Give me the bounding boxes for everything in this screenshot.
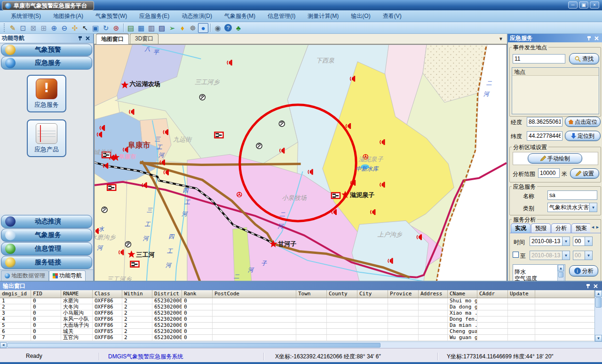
scroll-up-icon[interactable]: ▲ bbox=[558, 265, 564, 271]
pan-hand-icon[interactable]: ✣ bbox=[70, 23, 80, 33]
table-row[interactable]: 60城关OXFF8526523020000Cheng guan bbox=[0, 329, 594, 335]
select-rect-icon[interactable]: ⊡ bbox=[18, 23, 28, 33]
map-tab-地图窗口[interactable]: 地图窗口 bbox=[96, 33, 129, 44]
map-marker-flag[interactable] bbox=[214, 132, 223, 138]
latitude-field[interactable] bbox=[527, 131, 562, 141]
sidebar-section-动态推演[interactable]: 动态推演 bbox=[1, 215, 92, 228]
output-table[interactable]: dmgis_idFIDRNAMEClassWithinDistrictRankP… bbox=[0, 290, 594, 341]
manual-draw-button[interactable]: 手动绘制 bbox=[528, 153, 582, 164]
find-button[interactable]: 查找 bbox=[569, 53, 599, 64]
set-range-button[interactable]: 设置 bbox=[570, 168, 599, 179]
tab-scroll-left-icon[interactable]: ◄ bbox=[591, 225, 595, 229]
column-header-FID[interactable]: FID bbox=[31, 290, 61, 298]
locate-to-button[interactable]: 定位到 bbox=[565, 131, 601, 141]
sidebar-section-气象服务[interactable]: 气象服务 bbox=[1, 229, 92, 242]
map-marker-monument[interactable] bbox=[125, 241, 131, 247]
menu-item-0[interactable]: 系统管理(S) bbox=[5, 11, 47, 21]
column-header-Within[interactable]: Within bbox=[122, 290, 152, 298]
place-list[interactable]: 地点 bbox=[512, 67, 599, 114]
sidebar-section-气象预警[interactable]: 气象预警 bbox=[1, 44, 92, 56]
sidebar-section-服务链接[interactable]: 服务链接 bbox=[1, 256, 92, 269]
sidebar-section-信息管理[interactable]: 信息管理 bbox=[1, 242, 92, 255]
left-panel-tab-地图数据管理[interactable]: 地图数据管理 bbox=[1, 270, 49, 281]
hour-select[interactable]: 00 ▼ bbox=[573, 237, 593, 246]
column-header-Town[interactable]: Town bbox=[296, 290, 327, 298]
dropdown-icon[interactable]: ▼ bbox=[589, 203, 597, 212]
map-tab-dropdown-icon[interactable]: ▼ bbox=[499, 36, 503, 41]
table-row[interactable]: 50大面场子沟OXFF8626523020000Da mian ... bbox=[0, 323, 594, 329]
map-tab-3D窗口[interactable]: 3D窗口 bbox=[130, 33, 158, 44]
close-icon[interactable] bbox=[84, 35, 91, 42]
table-row[interactable]: 30小马厩沟OXFF8626523020000Xiao ma ... bbox=[0, 310, 594, 317]
maximize-button[interactable]: ▣ bbox=[579, 1, 588, 8]
range-field[interactable] bbox=[538, 168, 560, 178]
map-marker-flag[interactable] bbox=[130, 261, 139, 267]
map-canvas[interactable]: 六运湖农场三工河乡下西泉九运街城关镇阜康市阜康市滋泥泉子中新水库小泉牧场上户沟乡… bbox=[94, 44, 507, 282]
emergency-product-shortcut[interactable]: 应急产品 bbox=[27, 119, 66, 157]
analyze-button[interactable]: i 分析 bbox=[569, 265, 598, 277]
table-row[interactable]: 20大冬沟OXFF8626523020000Da dong gou bbox=[0, 304, 594, 310]
service-name-field[interactable] bbox=[547, 190, 597, 200]
column-header-County[interactable]: County bbox=[327, 290, 357, 298]
full-extent-icon[interactable]: ▣ bbox=[90, 23, 101, 33]
analysis-tab-实况[interactable]: 实况 bbox=[511, 223, 531, 233]
scroll-down-icon[interactable]: ▼ bbox=[595, 335, 602, 341]
left-panel-tab-功能导航[interactable]: 功能导航 bbox=[49, 270, 86, 281]
pin-icon[interactable] bbox=[76, 35, 84, 42]
close-icon[interactable] bbox=[592, 283, 599, 289]
scroll-left-icon[interactable]: ◄ bbox=[0, 342, 7, 348]
layers-icon[interactable]: ▤ bbox=[126, 23, 136, 33]
map-marker-monument[interactable] bbox=[256, 143, 262, 149]
refresh-icon[interactable]: ↻ bbox=[101, 23, 111, 33]
globe-tool-icon[interactable]: ● bbox=[198, 23, 208, 33]
dropdown-icon[interactable]: ▼ bbox=[585, 251, 592, 260]
menu-item-2[interactable]: 气象预警(W) bbox=[89, 11, 133, 21]
zoom-out-icon[interactable]: ⊖ bbox=[59, 23, 70, 33]
zoom-query-icon[interactable]: ⊛ bbox=[111, 23, 121, 33]
menu-item-3[interactable]: 应急服务(E) bbox=[133, 11, 175, 21]
measure-tool-icon[interactable]: ✎ bbox=[8, 23, 18, 33]
map-marker-monument[interactable] bbox=[199, 95, 205, 100]
column-header-CAddr[interactable]: CAddr bbox=[477, 290, 508, 298]
dropdown-icon[interactable]: ▼ bbox=[562, 251, 570, 260]
table-row[interactable]: 10水磨沟OXFF8626523020000Shui mo gou bbox=[0, 298, 594, 304]
column-header-City[interactable]: City bbox=[357, 290, 388, 298]
print-icon[interactable]: ▥ bbox=[146, 23, 157, 33]
menu-item-1[interactable]: 地图操作(A) bbox=[47, 11, 89, 21]
hour-to-select[interactable]: 00 ▼ bbox=[573, 251, 593, 260]
minimize-button[interactable]: ─ bbox=[568, 1, 578, 8]
tab-scroll-right-icon[interactable]: ► bbox=[595, 225, 600, 229]
close-icon[interactable] bbox=[593, 35, 600, 41]
menu-item-9[interactable]: 查看(V) bbox=[377, 11, 408, 21]
column-header-Class[interactable]: Class bbox=[93, 290, 122, 298]
menu-item-5[interactable]: 气象服务(M) bbox=[218, 11, 261, 21]
column-header-Rank[interactable]: Rank bbox=[182, 290, 213, 298]
output-vertical-scrollbar[interactable]: ▲ ▼ bbox=[594, 290, 602, 341]
export-map-icon[interactable]: ▦ bbox=[136, 23, 146, 33]
map-marker-flag[interactable] bbox=[332, 193, 340, 198]
menu-item-6[interactable]: 信息管理(I) bbox=[261, 11, 301, 21]
pin-marker-icon[interactable]: ♦ bbox=[177, 23, 188, 33]
menu-item-4[interactable]: 动态推演(D) bbox=[175, 11, 218, 21]
emergency-service-shortcut[interactable]: 应急服务 bbox=[27, 75, 66, 112]
pointer-icon[interactable]: ↖ bbox=[80, 23, 90, 33]
service-type-select[interactable]: 气象和洪水灾害 ▼ bbox=[547, 203, 597, 212]
table-row[interactable]: 40东风一小队OXFF8626523020000Dong fen... bbox=[0, 317, 594, 323]
longitude-field[interactable] bbox=[527, 117, 562, 127]
dropdown-icon[interactable]: ▼ bbox=[585, 237, 592, 245]
pin-icon[interactable] bbox=[585, 35, 593, 41]
map-marker-flag[interactable] bbox=[107, 185, 116, 190]
zoom-in-icon[interactable]: ⊕ bbox=[49, 23, 59, 33]
go-arrow-icon[interactable]: ➢ bbox=[167, 23, 177, 33]
eye-icon[interactable]: ◉ bbox=[213, 23, 223, 33]
locate-by-click-button[interactable]: 点击定位 bbox=[565, 117, 601, 127]
column-header-PostCode[interactable]: PostCode bbox=[213, 290, 296, 298]
column-header-Address[interactable]: Address bbox=[419, 290, 448, 298]
close-button[interactable]: × bbox=[590, 1, 599, 8]
analysis-tab-分析[interactable]: 分析 bbox=[551, 223, 571, 233]
select-polygon-icon[interactable]: ⊠ bbox=[28, 23, 39, 33]
column-header-RNAME[interactable]: RNAME bbox=[61, 290, 93, 298]
date-select[interactable]: 2010-08-13 ▼ bbox=[530, 237, 570, 246]
dropdown-icon[interactable]: ▼ bbox=[562, 237, 570, 245]
print-color-icon[interactable]: ▨ bbox=[157, 23, 167, 33]
